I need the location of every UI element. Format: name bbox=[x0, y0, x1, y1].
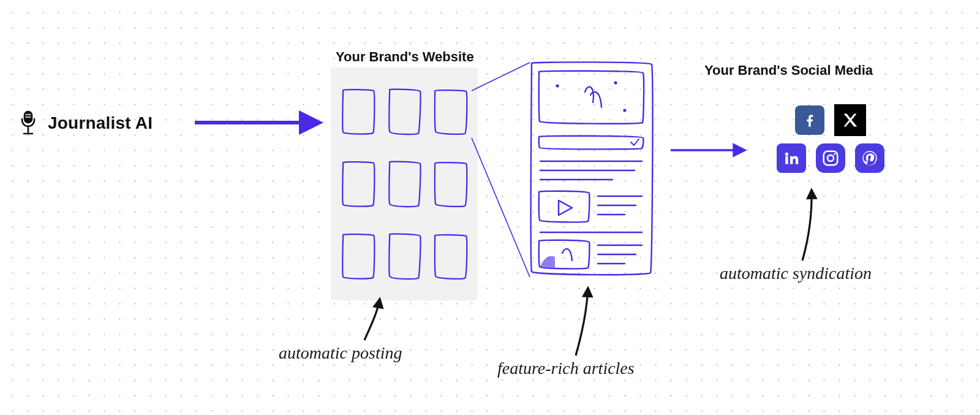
zoom-line-top bbox=[472, 63, 530, 91]
website-thumbnail-grid bbox=[339, 80, 469, 288]
thumbnail-sketch bbox=[432, 152, 469, 216]
svg-point-5 bbox=[557, 85, 559, 87]
journalist-ai-label: Journalist AI bbox=[48, 113, 153, 133]
zoom-line-bottom bbox=[472, 138, 530, 277]
article-detail-sketch bbox=[527, 58, 655, 279]
thumbnail-sketch bbox=[385, 224, 423, 288]
caption-articles: feature-rich articles bbox=[497, 359, 635, 378]
thumbnail-sketch bbox=[432, 80, 469, 143]
svg-point-7 bbox=[615, 82, 617, 84]
facebook-icon bbox=[795, 105, 824, 135]
arrow-caption-posting bbox=[364, 299, 380, 340]
thumbnail-sketch bbox=[385, 152, 423, 216]
microphone-icon bbox=[18, 110, 38, 136]
thumbnail-sketch bbox=[432, 224, 469, 288]
instagram-icon bbox=[816, 143, 845, 173]
thumbnail-sketch bbox=[339, 80, 377, 143]
caption-syndication: automatic syndication bbox=[720, 264, 872, 283]
linkedin-icon bbox=[777, 143, 806, 173]
pinterest-icon bbox=[855, 143, 884, 173]
thumbnail-sketch bbox=[339, 152, 377, 216]
x-twitter-icon bbox=[834, 104, 866, 136]
caption-posting: automatic posting bbox=[279, 343, 402, 363]
svg-point-19 bbox=[827, 155, 834, 161]
diagram-stage: Journalist AI Your Brand's Website bbox=[0, 0, 980, 415]
social-icons-block bbox=[777, 104, 884, 173]
svg-point-6 bbox=[624, 110, 626, 112]
website-panel bbox=[331, 67, 478, 300]
arrow-caption-syndication bbox=[802, 190, 812, 261]
journalist-ai-node: Journalist AI bbox=[18, 110, 153, 136]
thumbnail-sketch bbox=[385, 80, 423, 143]
arrow-caption-articles bbox=[576, 288, 588, 356]
social-heading: Your Brand's Social Media bbox=[704, 63, 873, 78]
website-heading: Your Brand's Website bbox=[336, 49, 474, 65]
svg-point-20 bbox=[834, 153, 835, 155]
thumbnail-sketch bbox=[339, 224, 377, 288]
